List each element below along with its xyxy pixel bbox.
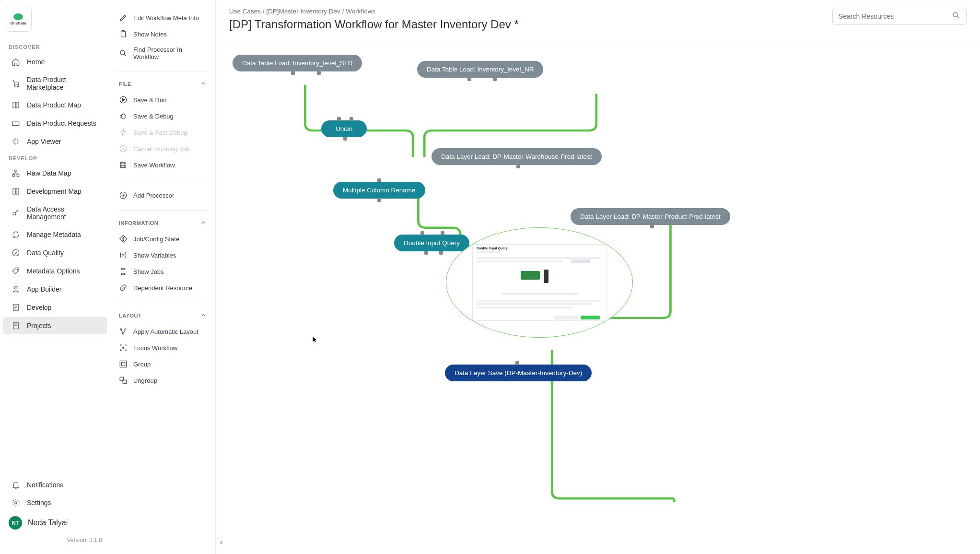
sidebar-item-home[interactable]: Home (3, 53, 107, 71)
action-job-state[interactable]: Job/Config State (117, 231, 209, 247)
sidebar-item-manage-metadata[interactable]: Manage Metadata (3, 226, 107, 243)
action-find-processor[interactable]: Find Processor In Workflow (117, 42, 209, 64)
main-content: Use Cases / [DP]Master Inventory Dev / W… (216, 0, 980, 554)
node-load-product[interactable]: Data Layer Load: DP-Master-Product-Prod-… (571, 208, 730, 225)
action-save-workflow[interactable]: Save Workflow (117, 157, 209, 173)
preview-title: Double Input Query (477, 247, 508, 250)
svg-rect-19 (122, 165, 125, 168)
cursor-icon (312, 335, 318, 344)
sidebar-item-marketplace[interactable]: Data Product Marketplace (3, 71, 107, 95)
sidebar-item-quality[interactable]: Data Quality (3, 244, 107, 261)
breadcrumb-link[interactable]: Use Cases (229, 8, 261, 15)
sidebar-item-metadata-options[interactable]: Metadata Options (3, 262, 107, 280)
autolayout-icon (119, 327, 128, 336)
action-label: Cancel Running Job (133, 145, 189, 153)
sidebar-item-label: Home (27, 58, 45, 66)
sidebar-item-dev-map[interactable]: Development Map (3, 183, 107, 200)
action-show-notes[interactable]: Show Notes (117, 26, 209, 42)
node-save[interactable]: Data Layer Save (DP-Master-Inventory-Dev… (445, 365, 592, 381)
action-save-debug[interactable]: Save & Debug (117, 108, 209, 124)
panel-section-information[interactable]: INFORMATION (117, 217, 209, 231)
variable-icon (119, 251, 128, 259)
sidebar-item-projects[interactable]: Projects (3, 317, 107, 334)
node-label: Data Table Load: Inventory_level_NR (427, 66, 534, 73)
sidebar-item-develop[interactable]: Develop (3, 299, 107, 316)
node-label: Data Layer Load: DP-Master-Product-Prod-… (580, 213, 721, 220)
node-double-input-query[interactable]: Double Input Query (394, 235, 469, 251)
action-ungroup[interactable]: Ungroup (117, 372, 209, 389)
action-show-variables[interactable]: Show Variables (117, 247, 209, 263)
node-load-nr[interactable]: Data Table Load: Inventory_level_NR (417, 61, 543, 78)
sidebar-item-label: Raw Data Map (27, 169, 71, 177)
svg-rect-4 (17, 175, 19, 177)
brand-logo[interactable]: OneData (5, 7, 32, 32)
action-label: Add Processor (133, 192, 174, 199)
node-label: Data Table Load: Inventory_level_SLD (242, 59, 352, 67)
key-icon (12, 209, 20, 217)
sparkle-icon (12, 137, 20, 146)
action-auto-layout[interactable]: Apply Automatic Layout (117, 323, 209, 340)
user-menu[interactable]: NT Neda Talyai (0, 512, 110, 534)
panel-section-layout[interactable]: LAYOUT (117, 310, 209, 323)
search-input[interactable] (839, 12, 948, 20)
action-edit-meta[interactable]: Edit Workflow Meta Info (117, 10, 209, 26)
svg-point-5 (13, 212, 16, 215)
search-box[interactable] (832, 8, 967, 25)
workflow-canvas[interactable]: Data Table Load: Inventory_level_SLD Dat… (216, 40, 980, 554)
action-label: Group (133, 361, 151, 368)
bell-icon (12, 481, 20, 489)
action-group[interactable]: Group (117, 356, 209, 372)
sidebar-item-label: App Viewer (27, 138, 61, 145)
sidebar-item-label: App Builder (27, 285, 61, 293)
preview-panel: Double Input Query (472, 244, 607, 321)
sidebar-item-settings[interactable]: Settings (3, 494, 107, 511)
action-save-run[interactable]: Save & Run (117, 92, 209, 108)
node-union[interactable]: Union (321, 120, 367, 137)
folder-icon (12, 119, 20, 128)
action-label: Dependent Resource (133, 284, 192, 292)
sidebar-item-requests[interactable]: Data Product Requests (3, 115, 107, 132)
pencil-icon (119, 13, 128, 22)
diamond-alert-icon (119, 235, 128, 243)
chevron-up-icon (200, 80, 207, 88)
sidebar-item-label: Notifications (27, 481, 63, 489)
svg-point-25 (123, 333, 124, 334)
cart-icon (12, 79, 20, 88)
book-open-icon (12, 187, 20, 196)
sidebar-item-label: Metadata Options (27, 267, 80, 275)
panel-section-file[interactable]: FILE (117, 78, 209, 92)
action-save-fast-debug: Save & Fast Debug (117, 124, 209, 141)
node-load-sld[interactable]: Data Table Load: Inventory_level_SLD (233, 55, 362, 71)
collapse-panel-handle[interactable] (218, 538, 225, 547)
action-focus-workflow[interactable]: Focus Workflow (117, 340, 209, 356)
action-label: Save & Debug (133, 113, 174, 120)
action-show-jobs[interactable]: Show Jobs (117, 263, 209, 280)
sidebar-item-product-map[interactable]: Data Product Map (3, 96, 107, 114)
sidebar-item-label: Projects (27, 322, 51, 330)
sidebar-item-raw-map[interactable]: Raw Data Map (3, 165, 107, 182)
action-label: Find Processor In Workflow (133, 46, 207, 60)
node-load-warehouse[interactable]: Data Layer Load: DP-Master-Warehouse-Pro… (432, 148, 602, 165)
search-icon (119, 49, 128, 58)
node-preview-popover[interactable]: Double Input Query (446, 227, 633, 338)
svg-rect-28 (121, 362, 125, 366)
action-label: Edit Workflow Meta Info (133, 14, 199, 22)
sidebar-item-app-viewer[interactable]: App Viewer (3, 133, 107, 150)
sidebar-item-access[interactable]: Data Access Management (3, 201, 107, 225)
svg-point-16 (121, 114, 125, 119)
sidebar-item-notifications[interactable]: Notifications (3, 476, 107, 494)
gear-icon (12, 498, 20, 507)
search-icon (952, 11, 960, 22)
action-label: Show Variables (133, 252, 176, 259)
breadcrumb-link[interactable]: [DP]Master Inventory Dev (266, 8, 340, 15)
node-rename[interactable]: Multiple Column Rename (333, 182, 425, 199)
action-label: Save Workflow (133, 162, 175, 169)
breadcrumb-current: Workflows (346, 8, 375, 15)
link-icon (119, 283, 128, 292)
action-add-processor[interactable]: Add Processor (117, 187, 209, 203)
sidebar-item-app-builder[interactable]: App Builder (3, 281, 107, 298)
node-label: Data Layer Load: DP-Master-Warehouse-Pro… (441, 153, 592, 160)
sidebar-item-label: Settings (27, 499, 51, 507)
action-dependent-resource[interactable]: Dependent Resource (117, 280, 209, 296)
svg-point-31 (953, 12, 957, 17)
